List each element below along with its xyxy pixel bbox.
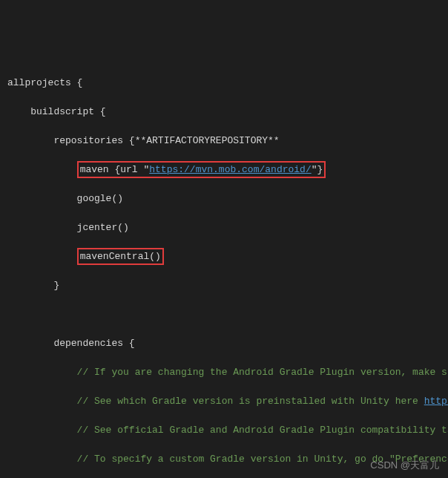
highlight-maven-central-1: mavenCentral(): [77, 248, 164, 266]
watermark: CSDN @天富儿: [370, 458, 439, 473]
code-line: // See which Gradle version is preinstal…: [0, 394, 448, 409]
code-line: dependencies {: [0, 336, 448, 351]
code-text: maven {url ": [80, 164, 150, 175]
code-line: maven {url "https://mvn.mob.com/android/…: [0, 163, 448, 177]
code-text: "}: [312, 164, 323, 175]
code-comment: // See official Gradle and Android Gradl…: [0, 423, 448, 438]
code-line: google(): [0, 191, 448, 206]
artifact-placeholder: **ARTIFACTORYREPOSITORY**: [135, 135, 280, 146]
code-line: allprojects {: [0, 76, 448, 91]
code-line: [0, 307, 448, 322]
code-line: jcenter(): [0, 220, 448, 235]
code-line: repositories {**ARTIFACTORYREPOSITORY**: [0, 134, 448, 148]
url-link[interactable]: https://: [424, 396, 448, 407]
highlight-maven-url-1: maven {url "https://mvn.mob.com/android/…: [77, 161, 326, 179]
code-text: repositories {: [7, 135, 135, 146]
code-line: }: [0, 278, 448, 293]
code-comment: // See which Gradle version is preinstal…: [7, 396, 424, 407]
code-line: buildscript {: [0, 105, 448, 120]
code-line: mavenCentral(): [0, 249, 448, 264]
code-editor: allprojects { buildscript { repositories…: [0, 61, 448, 478]
code-comment: // If you are changing the Android Gradl…: [0, 365, 448, 380]
url-link[interactable]: https://mvn.mob.com/android/: [149, 164, 311, 175]
